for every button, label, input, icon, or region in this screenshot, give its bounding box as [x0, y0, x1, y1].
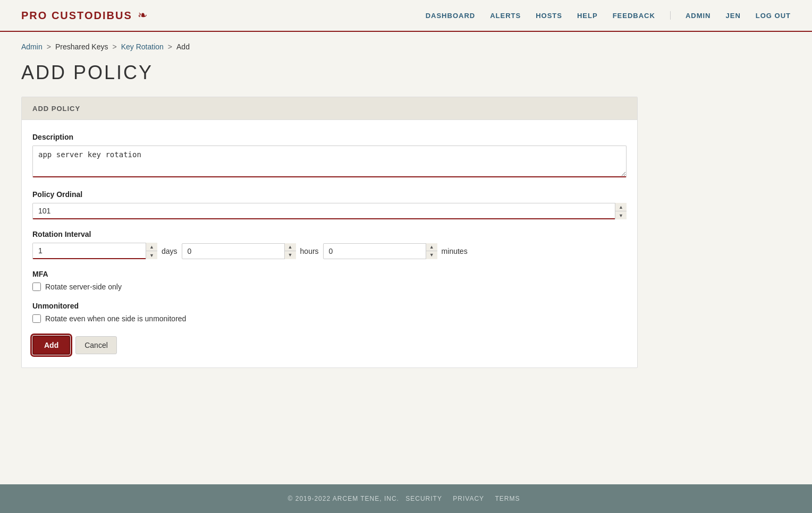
mfa-checkbox-row: Rotate server-side only [32, 283, 627, 291]
days-input[interactable] [32, 243, 157, 259]
nav-help[interactable]: HELP [577, 12, 598, 20]
days-spinners: ▲ ▼ [146, 243, 157, 259]
footer-terms[interactable]: TERMS [495, 495, 520, 502]
policy-ordinal-increment[interactable]: ▲ [615, 203, 627, 211]
add-button[interactable]: Add [32, 336, 70, 355]
days-increment[interactable]: ▲ [146, 243, 157, 251]
hours-spinners: ▲ ▼ [284, 243, 296, 259]
policy-ordinal-spinners: ▲ ▼ [615, 203, 627, 219]
logo: PRO CUSTODIBUS ❧ [21, 8, 147, 22]
footer-security[interactable]: SECURITY [405, 495, 442, 502]
button-row: Add Cancel [32, 336, 627, 355]
description-group: Description app server key rotation [32, 133, 627, 179]
breadcrumb-admin[interactable]: Admin [21, 42, 43, 51]
mfa-group: MFA Rotate server-side only [32, 270, 627, 291]
days-wrapper: ▲ ▼ [32, 243, 157, 259]
breadcrumb-key-rotation[interactable]: Key Rotation [121, 42, 164, 51]
footer-text: © 2019-2022 ARCEM TENE, INC. SECURITY PR… [21, 495, 791, 502]
mfa-checkbox[interactable] [32, 283, 41, 291]
unmonitored-checkbox-row: Rotate even when one side is unmonitored [32, 314, 627, 323]
footer: © 2019-2022 ARCEM TENE, INC. SECURITY PR… [0, 484, 812, 513]
form-card: ADD POLICY Description app server key ro… [21, 97, 638, 368]
breadcrumb: Admin > Preshared Keys > Key Rotation > … [21, 42, 791, 51]
hours-input[interactable] [182, 243, 296, 259]
minutes-wrapper: ▲ ▼ [323, 243, 437, 259]
nav-divider [670, 11, 671, 20]
logo-icon: ❧ [138, 8, 147, 22]
policy-ordinal-wrapper: ▲ ▼ [32, 203, 627, 219]
mfa-checkbox-label[interactable]: Rotate server-side only [45, 283, 122, 291]
breadcrumb-sep-1: > [47, 42, 51, 51]
rotation-interval-group: Rotation Interval ▲ ▼ days [32, 230, 627, 259]
policy-ordinal-decrement[interactable]: ▼ [615, 211, 627, 219]
form-card-header: ADD POLICY [22, 97, 637, 120]
breadcrumb-add: Add [176, 42, 190, 51]
days-label: days [162, 247, 177, 255]
policy-ordinal-group: Policy Ordinal ▲ ▼ [32, 190, 627, 219]
unmonitored-label: Unmonitored [32, 302, 627, 310]
rotation-interval-row: ▲ ▼ days ▲ ▼ hours [32, 243, 627, 259]
cancel-button[interactable]: Cancel [75, 336, 117, 354]
description-label: Description [32, 133, 627, 141]
hours-decrement[interactable]: ▼ [285, 251, 296, 259]
page-title: ADD POLICY [21, 62, 791, 84]
policy-ordinal-label: Policy Ordinal [32, 190, 627, 199]
policy-ordinal-input[interactable] [32, 203, 627, 219]
nav-user[interactable]: JEN [725, 12, 740, 20]
mfa-label: MFA [32, 270, 627, 278]
nav-admin[interactable]: ADMIN [686, 12, 711, 20]
logo-text: PRO CUSTODIBUS [21, 10, 132, 22]
hours-label: hours [300, 247, 319, 255]
breadcrumb-sep-2: > [112, 42, 116, 51]
breadcrumb-sep-3: > [168, 42, 172, 51]
footer-copyright: © 2019-2022 ARCEM TENE, INC. [288, 495, 399, 502]
minutes-spinners: ▲ ▼ [426, 243, 437, 259]
minutes-label: minutes [442, 247, 468, 255]
main-content: Admin > Preshared Keys > Key Rotation > … [0, 32, 812, 484]
footer-privacy[interactable]: PRIVACY [453, 495, 484, 502]
days-decrement[interactable]: ▼ [146, 251, 157, 259]
minutes-increment[interactable]: ▲ [426, 243, 437, 252]
breadcrumb-preshared-keys: Preshared Keys [55, 42, 108, 51]
unmonitored-group: Unmonitored Rotate even when one side is… [32, 302, 627, 323]
minutes-decrement[interactable]: ▼ [426, 251, 437, 259]
nav-dashboard[interactable]: DASHBOARD [426, 12, 476, 20]
minutes-input[interactable] [323, 243, 437, 259]
unmonitored-checkbox-label[interactable]: Rotate even when one side is unmonitored [45, 314, 186, 323]
unmonitored-checkbox[interactable] [32, 314, 41, 323]
hours-increment[interactable]: ▲ [285, 243, 296, 252]
nav-logout[interactable]: LOG OUT [756, 12, 791, 20]
nav-feedback[interactable]: FEEDBACK [613, 12, 655, 20]
nav-alerts[interactable]: ALERTS [490, 12, 521, 20]
nav-hosts[interactable]: HOSTS [536, 12, 562, 20]
rotation-interval-label: Rotation Interval [32, 230, 627, 238]
header: PRO CUSTODIBUS ❧ DASHBOARD ALERTS HOSTS … [0, 0, 812, 32]
main-nav: DASHBOARD ALERTS HOSTS HELP FEEDBACK ADM… [426, 11, 791, 20]
hours-wrapper: ▲ ▼ [182, 243, 296, 259]
form-card-body: Description app server key rotation Poli… [22, 120, 637, 367]
description-input[interactable]: app server key rotation [32, 146, 627, 177]
form-card-title: ADD POLICY [32, 105, 80, 113]
